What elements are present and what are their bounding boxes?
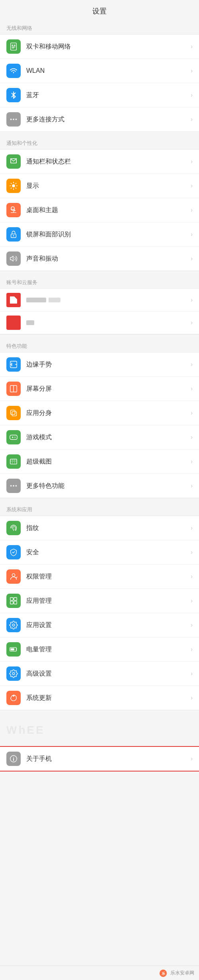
svg-point-23 <box>10 485 12 487</box>
perm-chevron: › <box>191 573 193 580</box>
sound-icon <box>6 251 21 266</box>
item-desktop-label: 桌面和主题 <box>26 206 191 214</box>
item-sound-label: 声音和振动 <box>26 255 191 263</box>
desktop-icon <box>6 203 21 217</box>
svg-rect-17 <box>10 435 17 440</box>
svg-point-21 <box>15 437 16 438</box>
bottom-bar: 乐 乐水安卓网 <box>0 966 199 980</box>
more-feat-svg <box>9 481 18 490</box>
edge-icon <box>6 357 21 372</box>
item-bluetooth[interactable]: 蓝牙 › <box>0 83 199 107</box>
bottom-logo-text: 乐水安卓网 <box>170 970 194 976</box>
svg-rect-15 <box>11 410 15 415</box>
item-adv[interactable]: 高级设置 › <box>0 662 199 686</box>
item-edge[interactable]: 边缘手势 › <box>0 353 199 377</box>
item-update[interactable]: 系统更新 › <box>0 686 199 710</box>
battery-svg <box>9 645 18 654</box>
item-battery-label: 电量管理 <box>26 645 191 654</box>
item-screenshot[interactable]: 超级截图 › <box>0 450 199 474</box>
item-display-label: 显示 <box>26 182 191 190</box>
item-security[interactable]: 安全 › <box>0 540 199 565</box>
item-appmanage-label: 应用管理 <box>26 597 191 605</box>
about-chevron: › <box>191 755 193 762</box>
perm-svg <box>9 572 18 581</box>
section-system-label: 系统和应用 <box>0 502 199 516</box>
appsetting-icon <box>6 618 21 632</box>
lock-svg <box>9 230 18 239</box>
edge-svg <box>9 360 18 369</box>
section-personalize: 通知和个性化 通知栏和状态栏 › 显示 › <box>0 136 199 271</box>
item-wlan[interactable]: WLAN › <box>0 59 199 83</box>
display-chevron: › <box>191 182 193 189</box>
svg-point-34 <box>12 672 15 675</box>
item-more-conn[interactable]: 更多连接方式 › <box>0 107 199 131</box>
clone-chevron: › <box>191 409 193 417</box>
account1-tag-box <box>49 298 60 302</box>
item-about-label: 关于手机 <box>26 755 191 763</box>
item-fingerprint-label: 指纹 <box>26 524 191 532</box>
section-features: 特色功能 边缘手势 › 屏幕分屏 › <box>0 339 199 498</box>
about-svg <box>9 754 18 763</box>
svg-rect-1 <box>12 45 13 46</box>
svg-rect-27 <box>10 598 13 600</box>
svg-point-25 <box>16 485 17 487</box>
appsetting-chevron: › <box>191 622 193 629</box>
item-fingerprint[interactable]: 指纹 › <box>0 516 199 540</box>
item-game[interactable]: 游戏模式 › <box>0 425 199 450</box>
sim-chevron: › <box>191 43 193 50</box>
item-adv-label: 高级设置 <box>26 670 191 678</box>
system-group: 指纹 › 安全 › 权限管理 › <box>0 516 199 710</box>
item-sound[interactable]: 声音和振动 › <box>0 247 199 271</box>
update-icon <box>6 691 21 705</box>
update-svg <box>9 694 18 702</box>
more-conn-icon <box>6 112 21 127</box>
account2-box <box>26 320 34 325</box>
item-appmanage[interactable]: 应用管理 › <box>0 589 199 613</box>
more-feat-chevron: › <box>191 482 193 489</box>
item-bluetooth-label: 蓝牙 <box>26 91 191 99</box>
more-feat-icon <box>6 479 21 493</box>
battery-icon <box>6 642 21 657</box>
wireless-group: 双卡和移动网络 › WLAN › 蓝牙 › <box>0 34 199 132</box>
features-group: 边缘手势 › 屏幕分屏 › 应用分身 › <box>0 352 199 498</box>
account-row-1[interactable]: › <box>0 289 199 312</box>
item-lock[interactable]: 锁屏和面部识别 › <box>0 222 199 247</box>
account-row-2[interactable]: › <box>0 312 199 334</box>
notif-icon <box>6 154 21 169</box>
edge-chevron: › <box>191 361 193 368</box>
item-desktop[interactable]: 桌面和主题 › <box>0 198 199 222</box>
item-perm[interactable]: 权限管理 › <box>0 565 199 589</box>
game-svg <box>9 433 18 442</box>
svg-rect-29 <box>10 601 13 604</box>
item-clone[interactable]: 应用分身 › <box>0 401 199 425</box>
item-about[interactable]: 关于手机 › <box>0 747 199 771</box>
item-wlan-label: WLAN <box>26 67 191 74</box>
item-split[interactable]: 屏幕分屏 › <box>0 377 199 401</box>
item-appsetting[interactable]: 应用设置 › <box>0 613 199 637</box>
bluetooth-icon <box>6 88 21 102</box>
item-more-conn-label: 更多连接方式 <box>26 115 191 124</box>
sound-svg <box>9 254 18 263</box>
section-personalize-label: 通知和个性化 <box>0 136 199 149</box>
split-chevron: › <box>191 385 193 392</box>
more-conn-svg <box>9 115 18 124</box>
fingerprint-icon <box>6 521 21 535</box>
item-more-feat[interactable]: 更多特色功能 › <box>0 474 199 498</box>
item-sim[interactable]: 双卡和移动网络 › <box>0 35 199 59</box>
adv-svg <box>9 669 18 678</box>
game-icon <box>6 430 21 444</box>
svg-point-20 <box>15 436 16 437</box>
account1-chevron: › <box>191 296 193 304</box>
appsetting-svg <box>9 621 18 629</box>
item-notif[interactable]: 通知栏和状态栏 › <box>0 150 199 174</box>
item-battery[interactable]: 电量管理 › <box>0 637 199 662</box>
item-display[interactable]: 显示 › <box>0 174 199 198</box>
svg-point-7 <box>16 119 17 120</box>
fingerprint-chevron: › <box>191 524 193 532</box>
svg-point-9 <box>12 184 15 187</box>
watermark-area: WhEE <box>0 714 199 746</box>
section-system: 系统和应用 指纹 › 安全 › <box>0 502 199 710</box>
display-icon <box>6 179 21 193</box>
desktop-svg <box>9 206 18 214</box>
lock-icon <box>6 227 21 242</box>
